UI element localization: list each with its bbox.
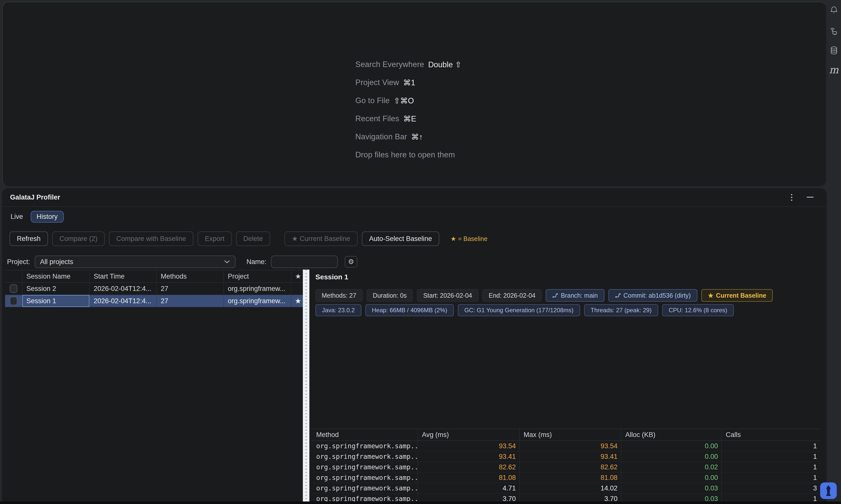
- method-row[interactable]: org.springframework.samp...4.7114.020.03…: [311, 483, 820, 493]
- session-details-title: Session 1: [315, 273, 348, 281]
- session-badges-row2: Java: 23.0.2Heap: 66MB / 4096MB (2%)GC: …: [315, 304, 734, 316]
- profiler-tabs: LiveHistory: [10, 210, 64, 223]
- shortcut-keys: ⇧⌘O: [393, 96, 414, 105]
- session-row[interactable]: Session 22026-02-04T12:4...27org.springf…: [5, 283, 305, 295]
- session-project-cell[interactable]: org.springframew...: [224, 283, 291, 295]
- galataj-floating-button[interactable]: [820, 482, 837, 499]
- session-checkbox-cell: [5, 283, 22, 295]
- database-icon[interactable]: [829, 46, 839, 56]
- badge-text: Methods: 27: [322, 292, 356, 299]
- session-methods-cell[interactable]: 27: [156, 283, 224, 295]
- badge-gray: Start: 2026-02-04: [417, 289, 478, 302]
- shortcut-hint: Search EverywhereDouble ⇧: [355, 60, 461, 69]
- session-methods-cell[interactable]: 27: [156, 295, 224, 307]
- badge-info: GC: G1 Young Generation (177/1208ms): [458, 304, 580, 316]
- badge-info: CPU: 12.6% (8 cores): [662, 304, 734, 316]
- badge-text: Duration: 0s: [373, 292, 407, 299]
- method-alloc-cell: 0.00: [621, 472, 721, 483]
- method-avg-cell: 93.41: [418, 451, 519, 462]
- checkbox[interactable]: [10, 297, 17, 305]
- method-avg-cell: 82.62: [418, 462, 519, 472]
- badge-text: Heap: 66MB / 4096MB (2%): [372, 307, 447, 314]
- project-label: Project:: [7, 258, 30, 266]
- session-start-cell[interactable]: 2026-02-04T12:4...: [89, 295, 156, 307]
- method-row[interactable]: org.springframework.samp...82.6282.620.0…: [311, 462, 820, 472]
- shortcut-label: Project View: [355, 78, 399, 87]
- session-start-cell[interactable]: 2026-02-04T12:4...: [89, 283, 156, 295]
- method-calls-cell: 1: [721, 451, 820, 462]
- shortcut-label: Drop files here to open them: [355, 150, 455, 159]
- method-row[interactable]: org.springframework.samp...93.5493.540.0…: [311, 441, 820, 451]
- shortcut-hint: Drop files here to open them: [355, 151, 461, 159]
- method-avg-cell: 4.71: [418, 483, 519, 493]
- method-name-cell: org.springframework.samp...: [311, 472, 418, 483]
- project-select[interactable]: All projects: [35, 255, 235, 268]
- m-tool-icon[interactable]: m: [829, 65, 839, 75]
- profiler-panel: GalataJ Profiler LiveHistory RefreshComp…: [2, 188, 827, 504]
- notifications-bell-icon[interactable]: [829, 5, 839, 16]
- methods-column-header[interactable]: Calls: [721, 429, 820, 440]
- refresh-button[interactable]: Refresh: [10, 231, 48, 246]
- badge-gray: End: 2026-02-04: [483, 289, 542, 302]
- editor-welcome-panel: Search EverywhereDouble ⇧Project View⌘1G…: [2, 1, 826, 186]
- method-row[interactable]: org.springframework.samp...81.0881.080.0…: [311, 472, 820, 483]
- sessions-column-header[interactable]: Methods: [156, 270, 224, 282]
- method-max-cell: 93.54: [519, 441, 621, 451]
- session-row[interactable]: Session 12026-02-04T12:4...27org.springf…: [5, 295, 305, 307]
- compare-with-baseline-button[interactable]: Compare with Baseline: [109, 231, 193, 246]
- session-project-cell[interactable]: org.springframew...: [224, 295, 291, 307]
- methods-table: MethodAvg (ms)Max (ms)Alloc (KB)Callsorg…: [311, 429, 820, 504]
- methods-header-row: MethodAvg (ms)Max (ms)Alloc (KB)Calls: [311, 429, 820, 441]
- badge-text: Commit: ab1d536 (dirty): [624, 292, 691, 299]
- shortcut-label: Search Everywhere: [355, 60, 424, 69]
- methods-column-header[interactable]: Alloc (KB): [621, 429, 721, 440]
- badge-gray: Methods: 27: [315, 289, 363, 302]
- badge-info: Threads: 27 (peak: 29): [584, 304, 658, 316]
- more-options-icon[interactable]: [787, 193, 796, 202]
- method-calls-cell: 1: [721, 462, 820, 472]
- checkbox[interactable]: [10, 284, 17, 293]
- method-alloc-cell: 0.00: [621, 451, 721, 462]
- sessions-column-header[interactable]: Session Name: [22, 270, 89, 282]
- auto-select-baseline-button[interactable]: Auto-Select Baseline: [362, 231, 439, 246]
- shortcut-label: Go to File: [355, 96, 389, 105]
- badge-git: Commit: ab1d536 (dirty): [609, 289, 697, 302]
- export-button[interactable]: Export: [198, 231, 232, 246]
- badge-text: CPU: 12.6% (8 cores): [669, 307, 727, 314]
- tab-live[interactable]: Live: [10, 211, 24, 223]
- tab-history[interactable]: History: [31, 211, 64, 223]
- method-calls-cell: 3: [721, 483, 820, 493]
- broadcast-message-icon[interactable]: [829, 26, 839, 36]
- shortcut-keys: Double ⇧: [428, 60, 461, 69]
- sessions-column-header[interactable]: Start Time: [89, 270, 156, 282]
- methods-column-header[interactable]: Method: [311, 429, 418, 440]
- sessions-column-header[interactable]: Project: [224, 270, 291, 282]
- method-row[interactable]: org.springframework.samp...93.4193.410.0…: [311, 451, 820, 462]
- minimize-icon[interactable]: [807, 197, 813, 198]
- delete-button[interactable]: Delete: [236, 231, 270, 246]
- shortcut-keys: ⌘1: [403, 78, 415, 87]
- badge-text: Current Baseline: [716, 292, 766, 299]
- current-baseline-button[interactable]: ★ Current Baseline: [284, 231, 357, 246]
- method-alloc-cell: 0.02: [621, 462, 721, 472]
- sessions-column-header[interactable]: [5, 270, 22, 282]
- session-name-cell[interactable]: Session 1: [22, 295, 89, 307]
- name-filter-input[interactable]: [271, 255, 338, 268]
- session-details-panel: Session 1 Methods: 27Duration: 0sStart: …: [309, 270, 827, 504]
- panel-splitter[interactable]: [303, 270, 309, 504]
- method-max-cell: 82.62: [519, 462, 621, 472]
- methods-column-header[interactable]: Avg (ms): [418, 429, 519, 440]
- shortcut-hint: Project View⌘1: [355, 78, 461, 87]
- badge-git: Branch: main: [546, 289, 604, 302]
- method-name-cell: org.springframework.samp...: [311, 483, 418, 493]
- methods-column-header[interactable]: Max (ms): [519, 429, 621, 440]
- method-avg-cell: 93.54: [418, 441, 519, 451]
- shortcut-label: Recent Files: [355, 114, 399, 123]
- method-name-cell: org.springframework.samp...: [311, 441, 418, 451]
- profiler-title: GalataJ Profiler: [10, 194, 60, 201]
- method-max-cell: 14.02: [519, 483, 621, 493]
- compare-2-button[interactable]: Compare (2): [52, 231, 105, 246]
- badge-baseline: ★Current Baseline: [701, 289, 773, 302]
- filter-settings-button[interactable]: ⚙: [345, 256, 357, 268]
- session-name-cell[interactable]: Session 2: [22, 283, 89, 295]
